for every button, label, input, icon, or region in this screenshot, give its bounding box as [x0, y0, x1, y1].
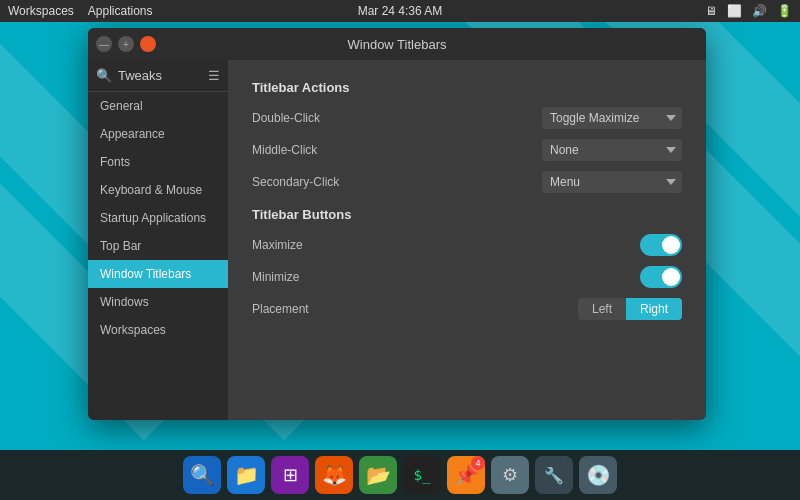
secondary-click-label: Secondary-Click [252, 175, 339, 189]
sidebar: 🔍 Tweaks ☰ General Appearance Fonts Keyb… [88, 60, 228, 420]
maximize-toggle[interactable] [640, 234, 682, 256]
titlebar-buttons-heading: Titlebar Buttons [252, 207, 682, 222]
dock-tweaks[interactable]: 🔧 [535, 456, 573, 494]
window-titlebar: — + ✕ Window Titlebars [88, 28, 706, 60]
secondary-click-dropdown[interactable]: Menu None Lower [542, 171, 682, 193]
double-click-dropdown[interactable]: Toggle Maximize Toggle Shade Lower Minim… [542, 107, 682, 129]
dock-files[interactable]: 📁 [227, 456, 265, 494]
window-title: Window Titlebars [348, 37, 447, 52]
placement-label: Placement [252, 302, 309, 316]
dock-filemanager[interactable]: 📂 [359, 456, 397, 494]
dock-search[interactable]: 🔍 [183, 456, 221, 494]
sidebar-item-fonts[interactable]: Fonts [88, 148, 228, 176]
sidebar-title: Tweaks [118, 68, 202, 83]
sidebar-item-windows[interactable]: Windows [88, 288, 228, 316]
sticky-badge: 4 [471, 456, 485, 470]
double-click-row: Double-Click Toggle Maximize Toggle Shad… [252, 107, 682, 129]
dock-settings[interactable]: ⚙ [491, 456, 529, 494]
placement-group: Left Right [578, 298, 682, 320]
tweaks-window: — + ✕ Window Titlebars 🔍 Tweaks ☰ Genera… [88, 28, 706, 420]
taskbar-top-left: Workspaces Applications [8, 4, 153, 18]
middle-click-label: Middle-Click [252, 143, 317, 157]
taskbar-top-right: 🖥 ⬜ 🔊 🔋 [705, 4, 792, 18]
double-click-label: Double-Click [252, 111, 320, 125]
titlebar-actions-heading: Titlebar Actions [252, 80, 682, 95]
placement-row: Placement Left Right [252, 298, 682, 320]
monitor-icon[interactable]: 🖥 [705, 4, 717, 18]
dock-firefox[interactable]: 🦊 [315, 456, 353, 494]
window-icon[interactable]: ⬜ [727, 4, 742, 18]
taskbar-bottom: 🔍 📁 ⊞ 🦊 📂 $_ 📌 4 ⚙ 🔧 💿 [0, 450, 800, 500]
minimize-label: Minimize [252, 270, 299, 284]
close-button[interactable]: ✕ [140, 36, 156, 52]
menu-icon[interactable]: ☰ [208, 68, 220, 83]
workspaces-menu[interactable]: Workspaces [8, 4, 74, 18]
sidebar-item-keyboard-mouse[interactable]: Keyboard & Mouse [88, 176, 228, 204]
placement-left-button[interactable]: Left [578, 298, 626, 320]
minimize-toggle-row: Minimize [252, 266, 682, 288]
sidebar-item-workspaces[interactable]: Workspaces [88, 316, 228, 344]
middle-click-row: Middle-Click None Lower Minimize Toggle … [252, 139, 682, 161]
minimize-toggle[interactable] [640, 266, 682, 288]
maximize-button[interactable]: + [118, 36, 134, 52]
sidebar-item-general[interactable]: General [88, 92, 228, 120]
dock-apps[interactable]: ⊞ [271, 456, 309, 494]
maximize-toggle-track[interactable] [640, 234, 682, 256]
window-controls: — + ✕ [96, 36, 156, 52]
taskbar-clock: Mar 24 4:36 AM [358, 4, 443, 18]
minimize-toggle-track[interactable] [640, 266, 682, 288]
maximize-toggle-row: Maximize [252, 234, 682, 256]
taskbar-top: Workspaces Applications Mar 24 4:36 AM 🖥… [0, 0, 800, 22]
dock-sticky[interactable]: 📌 4 [447, 456, 485, 494]
search-icon: 🔍 [96, 68, 112, 83]
window-body: 🔍 Tweaks ☰ General Appearance Fonts Keyb… [88, 60, 706, 420]
minimize-button[interactable]: — [96, 36, 112, 52]
sidebar-item-window-titlebars[interactable]: Window Titlebars [88, 260, 228, 288]
battery-icon[interactable]: 🔋 [777, 4, 792, 18]
volume-icon[interactable]: 🔊 [752, 4, 767, 18]
sidebar-item-startup[interactable]: Startup Applications [88, 204, 228, 232]
sidebar-item-appearance[interactable]: Appearance [88, 120, 228, 148]
sidebar-header: 🔍 Tweaks ☰ [88, 60, 228, 92]
main-content: Titlebar Actions Double-Click Toggle Max… [228, 60, 706, 420]
placement-right-button[interactable]: Right [626, 298, 682, 320]
applications-menu[interactable]: Applications [88, 4, 153, 18]
maximize-label: Maximize [252, 238, 303, 252]
secondary-click-row: Secondary-Click Menu None Lower [252, 171, 682, 193]
sidebar-item-topbar[interactable]: Top Bar [88, 232, 228, 260]
maximize-toggle-thumb [662, 236, 680, 254]
dock-cd[interactable]: 💿 [579, 456, 617, 494]
minimize-toggle-thumb [662, 268, 680, 286]
middle-click-dropdown[interactable]: None Lower Minimize Toggle Shade [542, 139, 682, 161]
dock-terminal[interactable]: $_ [403, 456, 441, 494]
